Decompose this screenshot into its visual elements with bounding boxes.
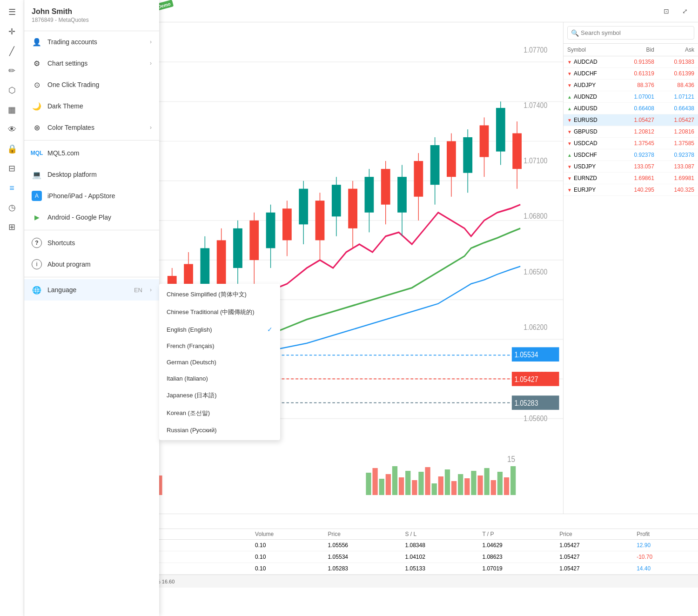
symbol-bid: 0.61319 bbox=[618, 68, 658, 80]
svg-rect-130 bbox=[504, 477, 509, 495]
symbol-ask: 140.325 bbox=[658, 184, 698, 196]
trading-accounts-arrow: › bbox=[150, 39, 152, 45]
symbol-ask: 1.37585 bbox=[658, 138, 698, 149]
symbol-row[interactable]: ▼ AUDCAD 0.91358 0.91383 bbox=[564, 56, 698, 68]
svg-rect-117 bbox=[418, 472, 423, 495]
sidebar-icon-eye[interactable]: 👁 bbox=[4, 121, 20, 138]
sidebar-icon-layers[interactable]: ⊟ bbox=[4, 160, 20, 177]
pos-price-open: 1.05534 bbox=[324, 551, 402, 563]
symbol-search-container: 🔍 bbox=[564, 22, 698, 44]
menu-item-android[interactable]: ▶ Android - Google Play bbox=[24, 207, 159, 228]
menu-item-one-click-trading[interactable]: ⊙ One Click Trading bbox=[24, 74, 159, 95]
pos-sl: 1.05133 bbox=[402, 563, 479, 575]
symbol-name: ▼ GBPUSD bbox=[564, 126, 618, 138]
menu-item-shortcuts[interactable]: ? Shortcuts bbox=[24, 232, 159, 254]
sidebar-icon-hamburger[interactable]: ☰ bbox=[4, 4, 20, 20]
lang-russian[interactable]: Russian (Русский) bbox=[159, 422, 280, 438]
mql5-icon: MQL bbox=[32, 148, 42, 158]
svg-rect-115 bbox=[405, 471, 410, 495]
symbol-bid: 1.20812 bbox=[618, 126, 658, 138]
dark-theme-label: Dark Theme bbox=[47, 102, 152, 110]
pos-profit: 14.40 bbox=[633, 563, 698, 575]
sidebar-icon-pencil[interactable]: ✏ bbox=[4, 62, 20, 79]
menu-item-desktop-platform[interactable]: 💻 Desktop platform bbox=[24, 164, 159, 185]
svg-text:1.05600: 1.05600 bbox=[524, 414, 547, 422]
color-templates-arrow: › bbox=[150, 124, 152, 131]
symbol-ask: 1.69981 bbox=[658, 173, 698, 184]
menu-item-iphone-ipad[interactable]: A iPhone/iPad - AppStore bbox=[24, 185, 159, 207]
symbol-row[interactable]: ▼ USDJPY 133.057 133.087 bbox=[564, 161, 698, 173]
lang-chinese-traditional[interactable]: Chinese Traditional (中國傳統的) bbox=[159, 303, 280, 321]
lang-japanese[interactable]: Japanese (日本語) bbox=[159, 387, 280, 404]
svg-rect-47 bbox=[266, 213, 275, 248]
symbol-row[interactable]: ▲ AUDUSD 0.66408 0.66438 bbox=[564, 103, 698, 114]
shortcuts-label: Shortcuts bbox=[47, 239, 152, 247]
pos-empty2 bbox=[230, 563, 251, 575]
mql5-label: MQL5.com bbox=[47, 149, 152, 157]
lang-korean[interactable]: Korean (조선말) bbox=[159, 404, 280, 422]
sidebar-icon-list[interactable]: ≡ bbox=[4, 180, 20, 196]
lang-english[interactable]: English (English) ✓ bbox=[159, 321, 280, 338]
menu-item-chart-settings[interactable]: ⚙ Chart settings › bbox=[24, 53, 159, 74]
symbol-name: ▲ AUDNZD bbox=[564, 91, 618, 103]
lang-chinese-traditional-label: Chinese Traditional (中國傳統的) bbox=[167, 308, 255, 316]
symbol-row[interactable]: ▼ AUDJPY 88.376 88.436 bbox=[564, 80, 698, 91]
symbol-row[interactable]: ▼ AUDCHF 0.61319 0.61399 bbox=[564, 68, 698, 80]
lang-german[interactable]: German (Deutsch) bbox=[159, 354, 280, 370]
lang-french[interactable]: French (Français) bbox=[159, 338, 280, 354]
symbol-ask: 0.92378 bbox=[658, 149, 698, 161]
svg-rect-61 bbox=[381, 169, 390, 205]
search-input[interactable] bbox=[567, 26, 694, 40]
menu-user: John Smith 1876849 - MetaQuotes bbox=[24, 0, 159, 31]
menu-item-dark-theme[interactable]: 🌙 Dark Theme bbox=[24, 95, 159, 117]
pos-price-cur: 1.05427 bbox=[556, 551, 633, 563]
sidebar-icon-lock[interactable]: 🔒 bbox=[4, 141, 20, 157]
svg-rect-65 bbox=[414, 161, 423, 197]
sidebar-icon-crosshair[interactable]: ✛ bbox=[4, 23, 20, 40]
symbol-row[interactable]: ▼ USDCAD 1.37545 1.37585 bbox=[564, 138, 698, 149]
symbol-name: ▼ USDJPY bbox=[564, 161, 618, 173]
menu-divider-3 bbox=[24, 277, 159, 277]
symbol-row[interactable]: ▼ EURUSD 1.05427 1.05427 bbox=[564, 114, 698, 126]
svg-rect-124 bbox=[464, 478, 470, 495]
lang-english-label: English (English) bbox=[167, 326, 212, 333]
symbol-row[interactable]: ▲ AUDNZD 1.07001 1.07121 bbox=[564, 91, 698, 103]
pos-profit: 12.90 bbox=[633, 540, 698, 551]
pos-sl: 1.08348 bbox=[402, 540, 479, 551]
svg-text:1.07700: 1.07700 bbox=[524, 45, 547, 54]
th-type bbox=[210, 529, 231, 540]
svg-rect-55 bbox=[332, 185, 341, 216]
pos-tp: 1.08623 bbox=[478, 551, 556, 563]
col-ask: Ask bbox=[658, 44, 698, 56]
symbol-row[interactable]: ▼ EURNZD 1.69861 1.69981 bbox=[564, 173, 698, 184]
th-price-open: Price bbox=[324, 529, 402, 540]
svg-rect-131 bbox=[510, 466, 516, 495]
toolbar-screenshot-btn[interactable]: ⊡ bbox=[659, 4, 674, 19]
desktop-platform-icon: 💻 bbox=[32, 169, 42, 180]
lang-chinese-simplified-label: Chinese Simplified (简体中文) bbox=[167, 290, 247, 299]
menu-item-trading-accounts[interactable]: 👤 Trading accounts › bbox=[24, 31, 159, 53]
lang-italian[interactable]: Italian (Italiano) bbox=[159, 370, 280, 387]
iphone-ipad-icon: A bbox=[32, 191, 42, 201]
pos-empty1 bbox=[210, 563, 231, 575]
menu-item-about[interactable]: i About program bbox=[24, 254, 159, 275]
lang-chinese-simplified[interactable]: Chinese Simplified (简体中文) bbox=[159, 286, 280, 303]
sidebar-icon-grid[interactable]: ⊞ bbox=[4, 219, 20, 235]
sidebar-icon-shapes[interactable]: ⬡ bbox=[4, 82, 20, 99]
sidebar-icon-line[interactable]: ╱ bbox=[4, 43, 20, 60]
symbol-row[interactable]: ▼ EURJPY 140.295 140.325 bbox=[564, 184, 698, 196]
toolbar-fullscreen-btn[interactable]: ⤢ bbox=[678, 4, 692, 19]
menu-item-language[interactable]: 🌐 Language EN › bbox=[24, 279, 159, 301]
pos-profit: -10.70 bbox=[633, 551, 698, 563]
color-templates-label: Color Templates bbox=[47, 124, 144, 131]
sidebar-icon-clock[interactable]: ◷ bbox=[4, 199, 20, 216]
menu-item-mql5[interactable]: MQL MQL5.com bbox=[24, 142, 159, 164]
svg-rect-119 bbox=[432, 483, 437, 495]
symbol-row[interactable]: ▲ USDCHF 0.92378 0.92378 bbox=[564, 149, 698, 161]
menu-item-color-templates[interactable]: ⊛ Color Templates › bbox=[24, 117, 159, 138]
symbol-row[interactable]: ▼ GBPUSD 1.20812 1.20816 bbox=[564, 126, 698, 138]
th-sl: S / L bbox=[402, 529, 479, 540]
pos-price-open: 1.05556 bbox=[324, 540, 402, 551]
svg-text:1.05427: 1.05427 bbox=[514, 375, 538, 384]
sidebar-icon-bars[interactable]: ▦ bbox=[4, 101, 20, 118]
